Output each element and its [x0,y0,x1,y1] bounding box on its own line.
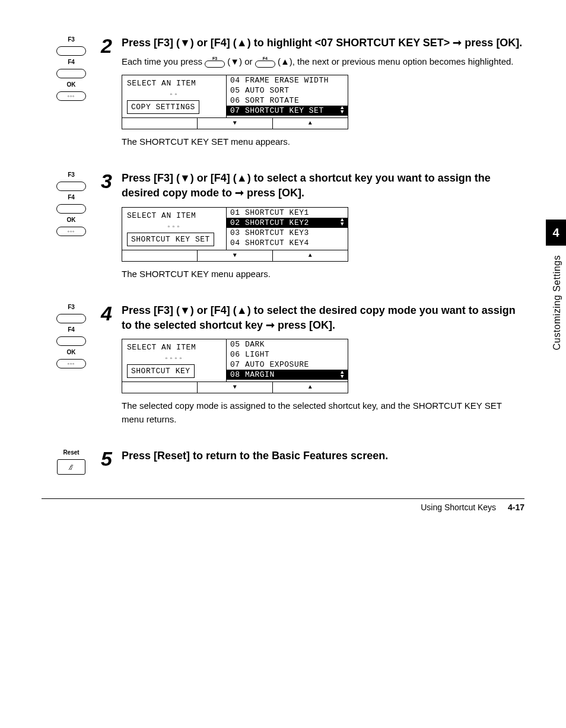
instr-part-a: Press [F3] (▼) or [F4] (▲) to highlight … [122,37,453,49]
lcd-title: SELECT AN ITEM [127,211,221,220]
step-3: F3 F4 OK 3 Press [F3] (▼) or [F4] (▲) to… [42,171,524,285]
selection-arrows-icon: ▲▼ [341,218,344,227]
instruction-text: Press [F3] (▼) or [F4] (▲) to select the… [122,303,524,333]
lcd-item: 05 AUTO SORT [227,85,348,96]
f3-label: F3 [68,37,75,43]
after-text: The selected copy mode is assigned to th… [122,399,524,426]
ok-label: OK [67,82,76,88]
lcd-up-icon: ▲ [273,250,348,261]
mini-f3-label: F3 [205,56,225,61]
selection-arrows-icon: ▲▼ [341,371,344,379]
f3-key-icon [56,314,86,323]
instr-part-b: press [OK]. [275,319,335,331]
step-number: 4 [101,303,122,323]
step-2: F3 F4 OK 2 Press [F3] (▼) or [F4] (▲) to… [42,36,524,153]
lcd-item: 06 LIGHT [227,349,348,360]
lcd-subtitle: COPY SETTINGS [127,100,199,114]
step-4: F3 F4 OK 4 Press [F3] (▼) or [F4] (▲) to… [42,303,524,431]
lcd-indicator: ▫▫▫▫ [127,355,221,362]
f3-key-icon [56,46,86,56]
key-column: F3 F4 OK [42,36,101,101]
ok-key-icon [56,91,86,101]
lcd-subtitle: SHORTCUT KEY SET [127,233,214,246]
inline-f3-key-icon: F3 [205,56,225,68]
footer-text: Using Shortcut Keys [421,503,496,512]
page: 4 Customizing Settings F3 F4 OK 2 Press … [0,0,566,665]
instr-part-b: press [OK]. [244,187,304,199]
lcd-item: 04 SHORTCUT KEY4 [227,238,348,248]
after-text: The SHORTCUT KEY SET menu appears. [122,135,524,149]
f4-label: F4 [68,59,75,65]
f4-label: F4 [68,195,75,201]
instruction-text: Press [Reset] to return to the Basic Fea… [122,449,524,463]
lcd-screen: SELECT AN ITEM ▫▫▫ SHORTCUT KEY SET 01 S… [122,207,348,262]
ok-label: OK [67,217,76,223]
step-number: 5 [101,449,122,469]
arrow-right-icon: ➞ [453,37,462,49]
lcd-screen: SELECT AN ITEM ▫▫▫▫ SHORTCUT KEY 05 DARK… [122,339,348,393]
f4-label: F4 [68,327,75,333]
lcd-title: SELECT AN ITEM [127,79,221,88]
lcd-indicator: ▫▫ [127,91,221,98]
lcd-item: 02 SHORTCUT KEY2▲▼ [227,218,348,228]
page-number: 4-17 [508,503,524,512]
page-footer: Using Shortcut Keys 4-17 [42,498,524,512]
lcd-list: 05 DARK06 LIGHT07 AUTO EXPOSURE08 MARGIN… [226,339,348,382]
f4-key-icon [56,336,86,346]
body-b: (▼) or [227,56,255,66]
f3-label: F3 [68,172,75,178]
side-tab-label: Customizing Settings [552,255,562,350]
arrow-right-icon: ➞ [235,187,244,199]
key-column: Reset ⫽ [42,449,101,475]
lcd-bottom-blank [122,118,197,129]
f4-key-icon [56,69,86,78]
lcd-bottom-blank [122,382,197,393]
side-tab: 4 [546,220,566,246]
lcd-indicator: ▫▫▫ [127,224,221,230]
inline-f4-key-icon: F4 [255,56,275,68]
instruction-text: Press [F3] (▼) or [F4] (▲) to select a s… [122,171,524,201]
lcd-subtitle: SHORTCUT KEY [127,364,195,378]
lcd-item: 08 MARGIN▲▼ [227,370,348,380]
lcd-item: 04 FRAME ERASE WIDTH [227,75,348,85]
lcd-screen: SELECT AN ITEM ▫▫ COPY SETTINGS 04 FRAME… [122,75,348,129]
reset-label: Reset [63,450,79,456]
lcd-item: 03 SHORTCUT KEY3 [227,228,348,238]
ok-key-icon [56,227,86,236]
arrow-right-icon: ➞ [266,319,275,331]
ok-label: OK [67,349,76,355]
instr-part-a: Press [F3] (▼) or [F4] (▲) to select a s… [122,172,491,199]
step-number: 2 [101,36,122,56]
f4-key-icon [56,204,86,214]
lcd-bottom-blank [122,250,197,261]
instruction-text: Press [F3] (▼) or [F4] (▲) to highlight … [122,36,524,50]
lcd-down-icon: ▼ [197,250,273,261]
lcd-up-icon: ▲ [273,118,348,129]
body-a: Each time you press [122,56,205,66]
lcd-item: 01 SHORTCUT KEY1 [227,208,348,218]
key-column: F3 F4 OK [42,303,101,368]
ok-key-icon [56,359,86,368]
after-text: The SHORTCUT KEY menu appears. [122,268,524,281]
lcd-list: 01 SHORTCUT KEY102 SHORTCUT KEY2▲▼03 SHO… [226,208,348,250]
lcd-item: 07 AUTO EXPOSURE [227,360,348,370]
body-text: Each time you press F3 (▼) or F4 (▲), th… [122,55,524,69]
lcd-item: 07 SHORTCUT KEY SET▲▼ [227,106,348,116]
mini-f4-label: F4 [255,56,275,61]
lcd-down-icon: ▼ [197,382,273,393]
lcd-down-icon: ▼ [197,118,273,129]
step-5: Reset ⫽ 5 Press [Reset] to return to the… [42,449,524,475]
lcd-up-icon: ▲ [273,382,348,393]
key-column: F3 F4 OK [42,171,101,236]
selection-arrows-icon: ▲▼ [341,106,344,115]
lcd-list: 04 FRAME ERASE WIDTH05 AUTO SORT06 SORT … [226,75,348,117]
f3-key-icon [56,182,86,191]
body-c: (▲), the next or previous menu option be… [278,56,514,66]
reset-key-icon: ⫽ [57,459,85,475]
lcd-title: SELECT AN ITEM [127,343,221,352]
f3-label: F3 [68,304,75,310]
lcd-item: 05 DARK [227,339,348,349]
step-number: 3 [101,171,122,191]
lcd-item: 06 SORT ROTATE [227,96,348,106]
instr-part-b: press [OK]. [462,37,522,49]
